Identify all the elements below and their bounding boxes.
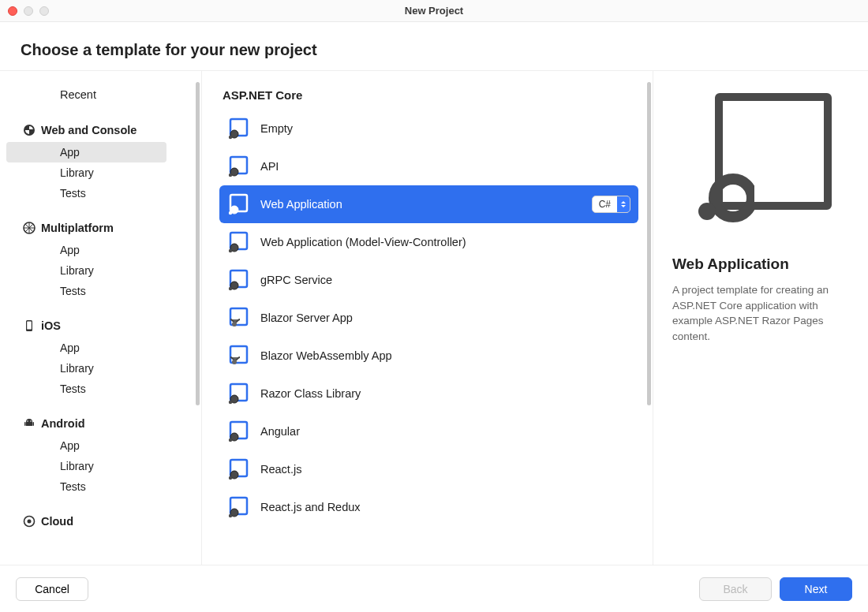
dialog-footer: Cancel Back Next bbox=[0, 565, 868, 612]
template-detail-description: A project template for creating an ASP.N… bbox=[672, 282, 849, 344]
template-item[interactable]: Razor Class Library bbox=[219, 375, 638, 412]
template-item[interactable]: gRPC Service bbox=[219, 261, 638, 299]
template-detail-pane: Web Application A project template for c… bbox=[653, 71, 868, 565]
sidebar-item-label: Library bbox=[60, 460, 94, 472]
sidebar-group-label: Android bbox=[41, 417, 85, 430]
template-item[interactable]: Blazor WebAssembly App bbox=[219, 337, 638, 375]
template-item[interactable]: React.js bbox=[219, 450, 638, 488]
template-item-label: Angular bbox=[260, 425, 638, 438]
language-selector[interactable]: C# bbox=[592, 196, 630, 213]
template-item-label: Razor Class Library bbox=[260, 387, 638, 400]
language-label: C# bbox=[593, 199, 617, 210]
svg-point-3 bbox=[27, 420, 28, 422]
template-item-label: gRPC Service bbox=[260, 274, 638, 286]
sidebar-group-label: Web and Console bbox=[41, 124, 137, 136]
chevron-updown-icon bbox=[617, 196, 630, 212]
svg-point-8 bbox=[28, 520, 32, 524]
template-item[interactable]: Blazor Server App bbox=[219, 299, 638, 337]
sidebar-group-cloud[interactable]: Cloud bbox=[0, 509, 195, 533]
sidebar-item-recent[interactable]: Recent bbox=[0, 88, 195, 101]
svg-point-41 bbox=[698, 203, 716, 220]
sidebar-item-label: Library bbox=[60, 166, 94, 179]
template-item[interactable]: React.js and Redux bbox=[219, 488, 638, 526]
sidebar-group-ios[interactable]: iOS bbox=[0, 314, 195, 338]
svg-point-27 bbox=[232, 360, 237, 364]
template-item[interactable]: Angular bbox=[219, 412, 638, 450]
sidebar-item-label: Library bbox=[60, 264, 94, 277]
template-detail-title: Web Application bbox=[672, 256, 849, 273]
svg-point-33 bbox=[229, 438, 232, 442]
sidebar-group-web-and-console[interactable]: Web and Console bbox=[0, 118, 195, 142]
minimize-window-button[interactable] bbox=[24, 6, 33, 16]
template-item[interactable]: API bbox=[219, 147, 638, 185]
android-icon bbox=[22, 416, 36, 431]
sidebar-scrollbar[interactable] bbox=[195, 71, 201, 565]
svg-point-20 bbox=[229, 249, 232, 252]
svg-point-17 bbox=[229, 211, 232, 215]
window-title: New Project bbox=[0, 5, 868, 17]
template-item-label: Empty bbox=[260, 122, 638, 135]
sidebar-item-label: Tests bbox=[60, 480, 86, 493]
sidebar-item-library[interactable]: Library bbox=[0, 358, 195, 379]
template-item-label: API bbox=[260, 160, 638, 173]
sidebar-item-app[interactable]: App bbox=[6, 142, 166, 162]
window-controls bbox=[0, 6, 49, 16]
sidebar-group-label: Multiplatform bbox=[41, 222, 114, 234]
template-item[interactable]: Web ApplicationC# bbox=[219, 185, 638, 223]
next-button[interactable]: Next bbox=[780, 577, 852, 601]
svg-point-14 bbox=[229, 174, 232, 177]
sidebar-group-label: Cloud bbox=[41, 515, 73, 528]
web-console-icon bbox=[22, 123, 36, 137]
sidebar-item-label: App bbox=[60, 439, 80, 452]
sidebar-item-tests[interactable]: Tests bbox=[0, 379, 195, 399]
sidebar-item-app[interactable]: App bbox=[0, 338, 195, 358]
template-item[interactable]: Web Application (Model-View-Controller) bbox=[219, 223, 638, 261]
sidebar-group-label: iOS bbox=[41, 319, 61, 332]
template-item-label: React.js bbox=[260, 463, 638, 476]
dialog-heading: Choose a template for your new project bbox=[0, 22, 868, 71]
svg-point-11 bbox=[229, 136, 232, 139]
sidebar-group-multiplatform[interactable]: Multiplatform bbox=[0, 216, 195, 240]
svg-point-4 bbox=[30, 420, 32, 422]
cancel-button[interactable]: Cancel bbox=[16, 577, 88, 601]
cloud-icon bbox=[22, 514, 36, 528]
svg-rect-6 bbox=[32, 422, 34, 426]
template-item-label: Web Application bbox=[260, 198, 592, 211]
sidebar-item-tests[interactable]: Tests bbox=[0, 281, 195, 301]
svg-point-30 bbox=[229, 401, 232, 404]
template-list-scrollbar[interactable] bbox=[646, 71, 653, 565]
sidebar-item-label: Recent bbox=[60, 88, 96, 101]
svg-rect-5 bbox=[24, 422, 26, 426]
dialog-heading-text: Choose a template for your new project bbox=[21, 41, 847, 59]
template-item-label: Web Application (Model-View-Controller) bbox=[260, 236, 638, 248]
svg-point-25 bbox=[232, 322, 237, 327]
template-item[interactable]: Empty bbox=[219, 110, 638, 147]
sidebar-item-library[interactable]: Library bbox=[0, 456, 195, 476]
sidebar-item-label: App bbox=[60, 244, 80, 256]
sidebar-item-app[interactable]: App bbox=[0, 435, 195, 456]
back-button[interactable]: Back bbox=[699, 577, 772, 601]
close-window-button[interactable] bbox=[8, 6, 17, 16]
multiplatform-icon bbox=[22, 221, 36, 235]
sidebar-group-android[interactable]: Android bbox=[0, 412, 195, 435]
titlebar: New Project bbox=[0, 0, 868, 22]
sidebar-item-label: App bbox=[60, 341, 80, 354]
svg-point-40 bbox=[714, 179, 752, 217]
zoom-window-button[interactable] bbox=[39, 6, 49, 16]
template-item-label: React.js and Redux bbox=[260, 501, 638, 513]
template-category-title: ASP.NET Core bbox=[223, 88, 638, 102]
sidebar-item-label: Tests bbox=[60, 285, 86, 297]
sidebar-item-label: Library bbox=[60, 362, 94, 375]
ios-icon bbox=[22, 319, 36, 333]
sidebar-item-label: App bbox=[60, 146, 80, 159]
sidebar-item-tests[interactable]: Tests bbox=[0, 183, 195, 203]
svg-point-23 bbox=[229, 287, 232, 290]
svg-rect-2 bbox=[27, 322, 32, 330]
sidebar-item-tests[interactable]: Tests bbox=[0, 476, 195, 497]
category-sidebar: Recent Web and Console App Library Tests bbox=[0, 71, 195, 565]
template-item-label: Blazor WebAssembly App bbox=[260, 349, 638, 362]
sidebar-item-library[interactable]: Library bbox=[0, 260, 195, 281]
template-list: ASP.NET Core EmptyAPIWeb ApplicationC#We… bbox=[202, 71, 646, 565]
sidebar-item-app[interactable]: App bbox=[0, 240, 195, 260]
sidebar-item-library[interactable]: Library bbox=[0, 162, 195, 183]
